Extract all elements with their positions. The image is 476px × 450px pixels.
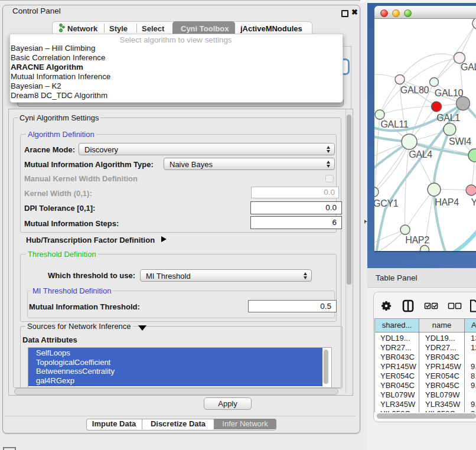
svg-text:GAL11: GAL11 — [380, 119, 409, 129]
svg-text:HAP4: HAP4 — [435, 197, 459, 207]
svg-text:SWI4: SWI4 — [449, 136, 471, 146]
svg-text:HAP2: HAP2 — [405, 235, 429, 245]
svg-text:YJR: YJR — [471, 197, 476, 207]
svg-text:GAL4: GAL4 — [409, 149, 432, 159]
svg-text:GAL80: GAL80 — [400, 85, 429, 95]
svg-text:GAL10: GAL10 — [435, 88, 464, 98]
svg-text:GAL7: GAL7 — [461, 62, 476, 72]
svg-text:GCY1: GCY1 — [373, 198, 399, 208]
svg-text:GAL1: GAL1 — [436, 113, 460, 123]
